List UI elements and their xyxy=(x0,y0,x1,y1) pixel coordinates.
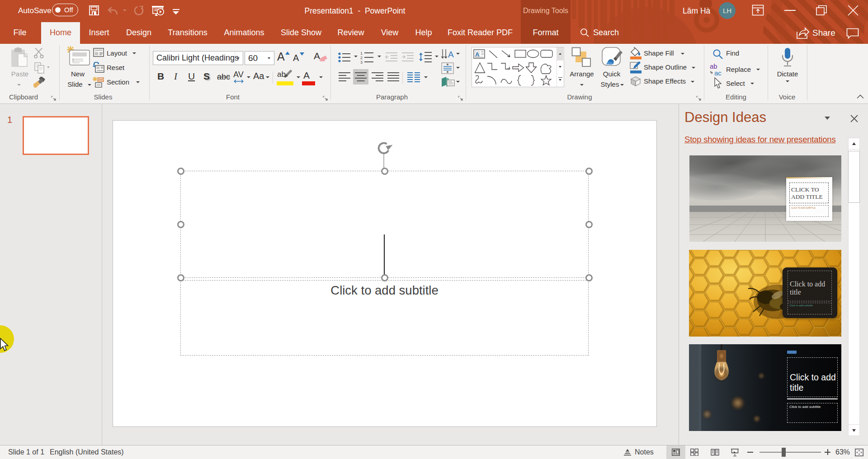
svg-text:2: 2 xyxy=(360,56,363,60)
svg-text:A: A xyxy=(475,51,480,58)
svg-text:A: A xyxy=(448,50,454,59)
svg-text:1: 1 xyxy=(360,51,363,56)
svg-text:3: 3 xyxy=(360,60,363,64)
svg-text:ac: ac xyxy=(714,69,722,76)
